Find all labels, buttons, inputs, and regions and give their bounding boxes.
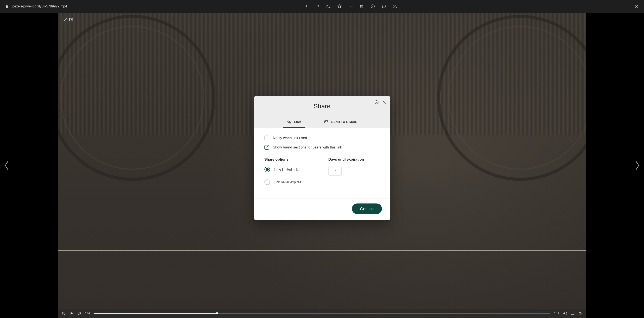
- modal-title: Share: [259, 102, 385, 110]
- svg-rect-3: [71, 19, 72, 20]
- envelope-icon: [324, 119, 329, 124]
- radio-never-row[interactable]: Link never expires: [264, 179, 316, 185]
- radio-never[interactable]: [264, 179, 270, 185]
- next-button[interactable]: [633, 159, 642, 172]
- modal-info-icon[interactable]: [374, 100, 379, 104]
- tab-email-label: SEND TO E-MAIL: [331, 120, 357, 123]
- topbar: pexels-pavel-danilyuk-5789979.mp4: [0, 0, 644, 13]
- forward10-icon[interactable]: [77, 311, 81, 316]
- modal-close-icon[interactable]: [382, 100, 386, 104]
- modal-footer: Get link: [254, 198, 390, 220]
- get-link-button[interactable]: Get link: [352, 203, 382, 214]
- player-bar: 0:03 0:13: [58, 309, 586, 318]
- options-row: Share options Time limited link Link nev…: [264, 157, 380, 192]
- progress-fill: [94, 313, 217, 314]
- modal-tabs: LINK SEND TO E-MAIL: [259, 116, 385, 128]
- move-icon[interactable]: [326, 4, 331, 9]
- share-modal: Share LINK SEND TO E-MAIL Notify when li…: [254, 96, 390, 220]
- checkbox-notify[interactable]: [264, 136, 269, 140]
- checkbox-brand-row[interactable]: Show brand sections for users with this …: [264, 145, 380, 150]
- expiration-col: Days until expiration: [328, 157, 380, 192]
- cast-icon[interactable]: [570, 311, 575, 316]
- share-options-col: Share options Time limited link Link nev…: [264, 157, 316, 192]
- checkbox-brand[interactable]: [264, 145, 269, 150]
- bike-wheel-left: [58, 15, 215, 181]
- file-icon: [5, 4, 9, 9]
- rewind10-icon[interactable]: [62, 311, 66, 316]
- tab-link-label: LINK: [294, 120, 302, 123]
- radio-timelimited-label: Time limited link: [274, 168, 298, 171]
- checkbox-notify-label: Notify when link used: [273, 136, 307, 140]
- share-icon[interactable]: [315, 4, 320, 9]
- link-icon: [287, 119, 292, 124]
- checkbox-notify-row[interactable]: Notify when link used: [264, 136, 380, 140]
- tab-email[interactable]: SEND TO E-MAIL: [322, 116, 359, 128]
- expand-icon[interactable]: [392, 4, 397, 9]
- modal-body: Notify when link used Show brand section…: [254, 128, 390, 198]
- more-icon[interactable]: [578, 311, 582, 316]
- expand-diagonal-icon[interactable]: [64, 18, 68, 22]
- share-options-title: Share options: [264, 157, 316, 162]
- topbar-actions: [304, 4, 397, 9]
- comment-icon[interactable]: [382, 4, 386, 9]
- expiration-input[interactable]: [328, 166, 342, 176]
- play-icon[interactable]: [69, 311, 74, 316]
- svg-rect-4: [571, 312, 574, 314]
- topbar-left: pexels-pavel-danilyuk-5789979.mp4: [5, 4, 67, 9]
- modal-header: Share LINK SEND TO E-MAIL: [254, 96, 390, 128]
- volume-icon[interactable]: [563, 311, 567, 316]
- prev-button[interactable]: [2, 159, 11, 172]
- stage: 0:03 0:13 Share: [0, 13, 644, 318]
- progress-knob[interactable]: [216, 312, 218, 314]
- info-icon[interactable]: [370, 4, 375, 9]
- favorite-icon[interactable]: [337, 4, 342, 9]
- pip-icon[interactable]: [69, 18, 73, 22]
- expiration-label: Days until expiration: [328, 157, 380, 162]
- tab-link[interactable]: LINK: [285, 116, 304, 128]
- close-viewer-icon[interactable]: [634, 4, 639, 9]
- current-time: 0:03: [85, 312, 90, 315]
- delete-icon[interactable]: [359, 4, 364, 9]
- download-icon[interactable]: [304, 4, 309, 9]
- checkbox-brand-label: Show brand sections for users with this …: [273, 145, 342, 149]
- progress-bar[interactable]: [94, 313, 550, 314]
- ground-line: [58, 250, 586, 251]
- filename: pexels-pavel-danilyuk-5789979.mp4: [12, 4, 67, 8]
- svg-rect-8: [325, 120, 328, 123]
- overlay-controls: [61, 16, 75, 23]
- radio-timelimited-row[interactable]: Time limited link: [264, 166, 316, 172]
- radio-never-label: Link never expires: [274, 180, 302, 184]
- crop-icon[interactable]: [348, 4, 353, 9]
- duration: 0:13: [554, 312, 559, 315]
- radio-timelimited[interactable]: [264, 166, 270, 172]
- svg-point-0: [350, 6, 351, 7]
